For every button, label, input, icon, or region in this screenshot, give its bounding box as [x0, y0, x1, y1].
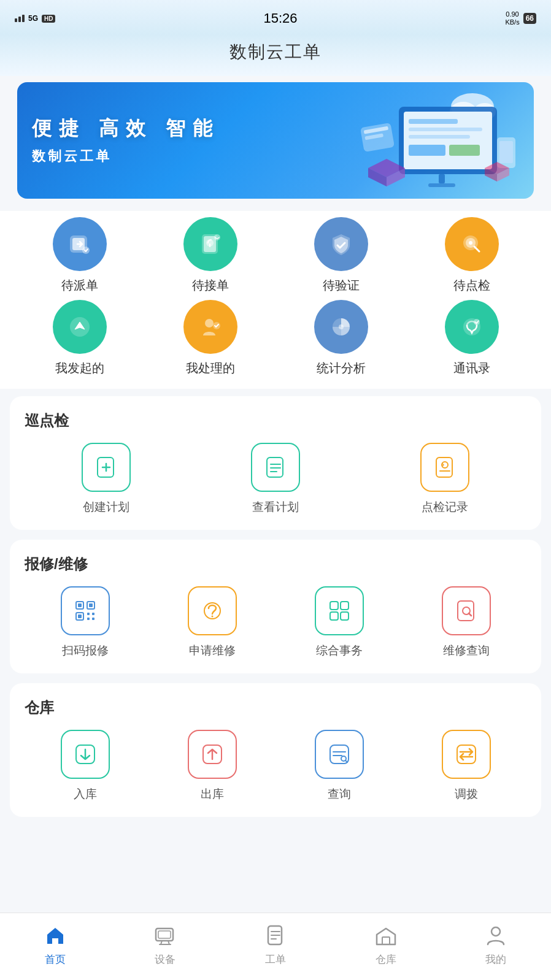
svg-point-25: [82, 247, 90, 254]
contacts-icon: [445, 300, 499, 354]
bottom-nav: 首页 设备 工单: [0, 913, 551, 980]
nav-workorder[interactable]: 工单: [239, 921, 312, 967]
create-plan-icon: [82, 443, 131, 492]
action-my-handled[interactable]: 我处理的: [148, 300, 272, 377]
svg-point-36: [205, 319, 214, 327]
banner-illustration: [350, 88, 522, 193]
svg-rect-59: [92, 613, 94, 615]
comprehensive-icon: [315, 586, 364, 635]
svg-rect-55: [78, 603, 82, 607]
inspect-record-icon: [420, 443, 469, 492]
warehouse-search-item[interactable]: 查询: [279, 730, 399, 802]
svg-rect-9: [449, 145, 480, 156]
repair-query-icon: [442, 586, 491, 635]
svg-rect-56: [89, 603, 93, 607]
warehouse-transfer-label: 调拨: [455, 786, 478, 802]
svg-rect-57: [78, 614, 82, 618]
warehouse-transfer-icon: [442, 730, 491, 779]
comprehensive-item[interactable]: 综合事务: [279, 586, 399, 659]
create-plan-label: 创建计划: [83, 499, 129, 515]
inspection-title: 巡点检: [25, 411, 526, 431]
repair-grid: 扫码报修 申请维修: [25, 586, 526, 659]
warehouse-search-label: 查询: [328, 786, 351, 802]
svg-line-77: [345, 760, 347, 762]
apply-repair-label: 申请维修: [189, 643, 236, 659]
action-pending-dispatch[interactable]: 待派单: [17, 217, 142, 294]
svg-rect-16: [499, 141, 513, 163]
banner-tagline: 便捷 高效 智能: [32, 115, 220, 142]
warehouse-nav-icon: [371, 921, 401, 950]
nav-home-label: 首页: [45, 952, 66, 967]
banner-text: 便捷 高效 智能 数制云工单: [32, 115, 220, 166]
inspection-grid: 创建计划 查看计划: [25, 443, 526, 515]
pending-accept-icon: [183, 217, 237, 271]
header: 数制云工单: [0, 34, 551, 76]
create-plan-item[interactable]: 创建计划: [25, 443, 188, 515]
contacts-label: 通讯录: [453, 360, 490, 377]
action-pending-verify[interactable]: 待验证: [279, 217, 403, 294]
pending-dispatch-icon: [53, 217, 107, 271]
apply-repair-icon: [188, 586, 237, 635]
svg-point-89: [491, 927, 500, 936]
scan-repair-item[interactable]: 扫码报修: [25, 586, 145, 659]
nav-warehouse-label: 仓库: [376, 952, 396, 967]
svg-rect-68: [458, 601, 474, 621]
svg-rect-61: [92, 618, 94, 620]
view-plan-icon: [251, 443, 300, 492]
my-handled-label: 我处理的: [186, 360, 235, 377]
workorder-icon: [261, 921, 290, 950]
page-title: 数制云工单: [0, 40, 551, 64]
warehouse-transfer-item[interactable]: 调拨: [406, 730, 526, 802]
comprehensive-label: 综合事务: [316, 643, 363, 659]
home-icon: [40, 921, 70, 950]
repair-query-item[interactable]: 维修查询: [406, 586, 526, 659]
svg-rect-11: [428, 183, 455, 187]
warehouse-section: 仓库 入库 出库: [10, 683, 541, 817]
svg-rect-64: [330, 602, 338, 610]
action-pending-inspect[interactable]: 待点检: [409, 217, 534, 294]
action-statistics[interactable]: 统计分析: [279, 300, 403, 377]
status-bar: 5G HD 15:26 0.90 KB/s 66: [0, 0, 551, 34]
statistics-label: 统计分析: [317, 360, 366, 377]
warehouse-out-icon: [188, 730, 237, 779]
apply-repair-item[interactable]: 申请维修: [152, 586, 272, 659]
action-my-initiated[interactable]: 我发起的: [17, 300, 142, 377]
nav-equipment[interactable]: 设备: [128, 921, 202, 967]
signal-icon: [15, 15, 25, 22]
nav-home[interactable]: 首页: [18, 921, 92, 967]
svg-rect-88: [382, 937, 390, 944]
mine-icon: [481, 921, 511, 950]
view-plan-item[interactable]: 查看计划: [194, 443, 357, 515]
warehouse-in-item[interactable]: 入库: [25, 730, 145, 802]
network-type: 5G: [28, 14, 38, 23]
svg-rect-58: [87, 613, 90, 615]
repair-query-label: 维修查询: [443, 643, 490, 659]
svg-point-50: [442, 462, 448, 468]
nav-mine[interactable]: 我的: [459, 921, 533, 967]
pending-dispatch-label: 待派单: [61, 277, 98, 294]
svg-rect-78: [457, 745, 476, 764]
banner-subtitle: 数制云工单: [32, 147, 220, 166]
svg-line-70: [469, 613, 471, 616]
action-contacts[interactable]: 通讯录: [409, 300, 534, 377]
warehouse-search-icon: [315, 730, 364, 779]
time-display: 15:26: [263, 10, 297, 26]
svg-rect-65: [341, 602, 349, 610]
pending-accept-label: 待接单: [192, 277, 229, 294]
nav-warehouse[interactable]: 仓库: [349, 921, 423, 967]
repair-title: 报修/维修: [25, 554, 526, 574]
action-pending-accept[interactable]: 待接单: [148, 217, 272, 294]
repair-section: 报修/维修 扫码报: [10, 540, 541, 673]
pending-inspect-icon: [445, 217, 499, 271]
warehouse-grid: 入库 出库: [25, 730, 526, 802]
svg-rect-83: [158, 931, 171, 938]
banner: 便捷 高效 智能 数制云工单: [17, 82, 534, 199]
equipment-icon: [150, 921, 180, 950]
quick-actions-grid: 待派单 待接单: [0, 211, 551, 389]
scan-repair-label: 扫码报修: [62, 643, 109, 659]
inspection-section: 巡点检 创建计划: [10, 396, 541, 530]
my-initiated-icon: [53, 300, 107, 354]
warehouse-out-item[interactable]: 出库: [152, 730, 272, 802]
svg-rect-66: [330, 612, 338, 620]
inspect-record-item[interactable]: 点检记录: [363, 443, 526, 515]
